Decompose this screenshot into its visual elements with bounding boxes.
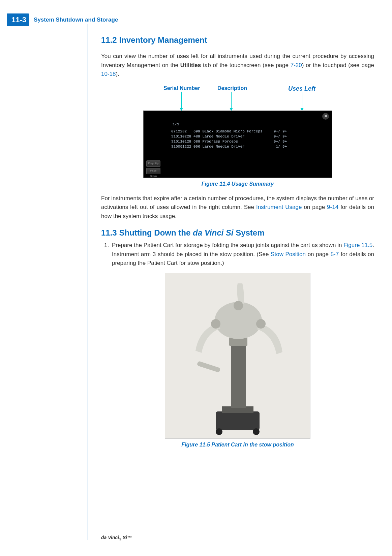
text: ) or the touchpad (see page <box>302 62 374 68</box>
figure-11-4-caption: Figure 11.4 Usage Summary <box>143 180 332 188</box>
arrow-icon <box>302 92 302 111</box>
link-instrument-usage[interactable]: Instrument Usage <box>256 204 302 210</box>
link-page-10-18[interactable]: 10-18 <box>101 71 116 77</box>
usage-summary-figure: Serial Number Description Uses Left ✕ 1/… <box>143 84 332 188</box>
page-indicator: 1/1 <box>173 122 179 127</box>
section-11-3-heading: 11.3 Shutting Down the da Vinci Si Syste… <box>101 226 374 239</box>
text: 11.3 Shutting Down the <box>101 228 193 237</box>
link-page-7-20[interactable]: 7-20 <box>291 62 302 68</box>
svg-point-10 <box>216 428 222 435</box>
footer-brand: da Vinci® Si™ <box>101 535 132 541</box>
svg-point-8 <box>234 301 243 310</box>
text: Si™ <box>121 535 132 540</box>
link-figure-11-5[interactable]: Figure 11.5 <box>343 242 372 248</box>
svg-rect-3 <box>231 344 246 408</box>
vertical-rule <box>88 24 88 540</box>
text: tab of the touchscreen (see page <box>201 62 290 68</box>
svg-rect-1 <box>216 411 260 430</box>
page-number-badge: 11-3 <box>7 13 29 26</box>
arrow-icon <box>231 92 232 111</box>
usage-panel: ✕ 1/1 0712282 699 Black Diamond Micro Fo… <box>143 111 332 178</box>
svg-point-11 <box>253 428 260 435</box>
close-icon[interactable]: ✕ <box>322 113 329 120</box>
link-page-5-7[interactable]: 5-7 <box>331 251 339 257</box>
arrow-icon <box>181 92 182 111</box>
text: on page <box>302 204 327 210</box>
text: on page <box>306 251 331 257</box>
utilities-label: Utilities <box>180 62 201 68</box>
patient-cart-image <box>165 273 310 439</box>
page-down-button[interactable]: Page Down <box>146 168 160 174</box>
registered-mark: ® <box>119 538 121 541</box>
svg-point-6 <box>211 319 220 329</box>
link-stow-position[interactable]: Stow Position <box>271 251 306 257</box>
section-11-2-para: You can view the number of uses left for… <box>101 52 374 79</box>
after-figure-para: For instruments that expire after a cert… <box>101 194 374 221</box>
figure-11-5-caption: Figure 11.5 Patient Cart in the stow pos… <box>101 441 374 449</box>
chapter-title: System Shutdown and Storage <box>34 17 118 23</box>
usage-rows: 0712282 699 Black Diamond Micro Forceps … <box>171 129 287 149</box>
section-11-2-heading: 11.2 Inventory Management <box>101 34 374 46</box>
text: System <box>234 228 265 237</box>
page-up-button[interactable]: Page Up <box>146 160 160 167</box>
text-italic: da Vinci Si <box>193 228 233 237</box>
svg-point-7 <box>256 319 266 329</box>
text: Prepare the Patient Cart for storage by … <box>112 242 343 248</box>
step-1: Prepare the Patient Cart for storage by … <box>111 241 374 268</box>
link-page-9-14[interactable]: 9-14 <box>327 204 338 210</box>
text: da Vinci <box>101 535 119 540</box>
text: ). <box>116 71 119 77</box>
